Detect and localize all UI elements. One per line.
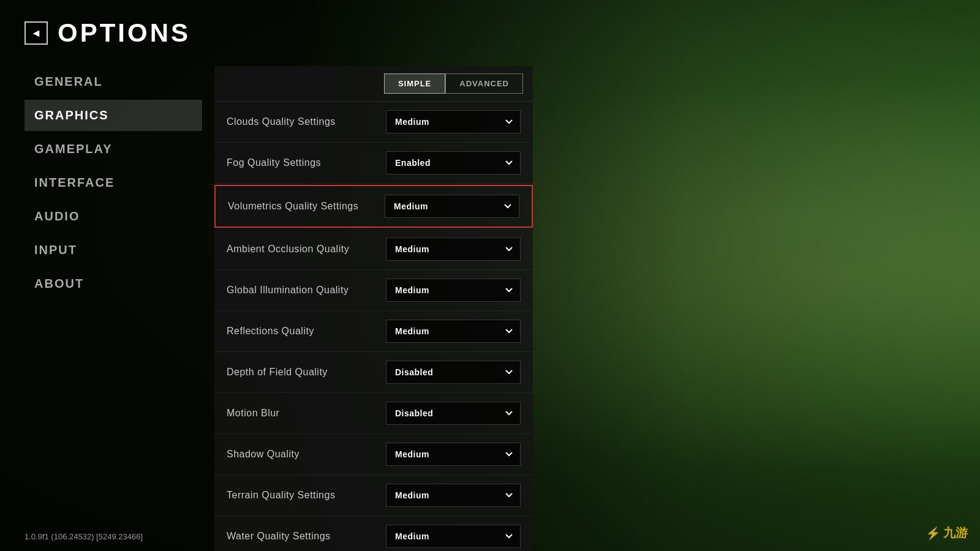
setting-row-global-illumination: Global Illumination Quality Very Low Low… [214,270,533,311]
setting-label-global-illumination: Global Illumination Quality [227,285,349,296]
sidebar-item-input[interactable]: INPUT [24,234,202,266]
main-panel: SIMPLE ADVANCED Clouds Quality Settings … [214,66,533,551]
setting-select-global-illumination[interactable]: Very Low Low Medium High Ultra [386,279,521,302]
watermark: ⚡ 九游 [925,525,968,541]
watermark-text: 九游 [943,525,968,541]
setting-select-motion-blur[interactable]: Disabled Enabled [386,402,521,425]
setting-label-shadow: Shadow Quality [227,449,300,460]
setting-select-volumetrics[interactable]: Very Low Low Medium High Ultra [385,195,519,218]
tab-simple[interactable]: SIMPLE [384,73,445,94]
setting-row-water: Water Quality Settings Very Low Low Medi… [214,516,533,551]
tab-advanced[interactable]: ADVANCED [445,73,523,94]
setting-select-fog[interactable]: Disabled Enabled [386,151,521,174]
sidebar-item-interface[interactable]: INTERFACE [24,167,202,198]
setting-select-terrain[interactable]: Very Low Low Medium High Ultra [386,484,521,507]
setting-select-reflections[interactable]: Very Low Low Medium High Ultra [386,320,521,343]
version-bar: 1.0.9f1 (106.24532) [5249.23466] [24,532,143,541]
sidebar-item-general[interactable]: GENERAL [24,66,202,97]
setting-row-terrain: Terrain Quality Settings Very Low Low Me… [214,475,533,516]
setting-label-reflections: Reflections Quality [227,326,314,337]
setting-select-ambient-occlusion[interactable]: Very Low Low Medium High Ultra [386,238,521,261]
setting-row-depth-of-field: Depth of Field Quality Disabled Enabled … [214,352,533,393]
setting-select-depth-of-field[interactable]: Disabled Enabled Low Medium High [386,361,521,384]
setting-row-volumetrics: Volumetrics Quality Settings Very Low Lo… [214,185,533,228]
sidebar-item-about[interactable]: ABOUT [24,268,202,299]
setting-row-clouds: Clouds Quality Settings Very Low Low Med… [214,102,533,143]
setting-label-water: Water Quality Settings [227,531,331,542]
setting-label-depth-of-field: Depth of Field Quality [227,367,328,378]
sidebar: GENERAL GRAPHICS GAMEPLAY INTERFACE AUDI… [24,66,214,551]
sidebar-item-audio[interactable]: AUDIO [24,201,202,232]
setting-row-reflections: Reflections Quality Very Low Low Medium … [214,311,533,352]
ui-container: ◄ OPTIONS GENERAL GRAPHICS GAMEPLAY INTE… [0,0,980,551]
setting-label-motion-blur: Motion Blur [227,408,279,419]
sidebar-item-graphics[interactable]: GRAPHICS [24,100,202,131]
sidebar-item-gameplay[interactable]: GAMEPLAY [24,133,202,165]
setting-label-volumetrics: Volumetrics Quality Settings [228,201,358,212]
header: ◄ OPTIONS [24,18,956,48]
setting-select-shadow[interactable]: Very Low Low Medium High Ultra [386,443,521,466]
setting-select-clouds[interactable]: Very Low Low Medium High Ultra [386,110,521,133]
setting-row-shadow: Shadow Quality Very Low Low Medium High … [214,434,533,475]
back-button[interactable]: ◄ [24,21,48,45]
setting-label-fog: Fog Quality Settings [227,157,321,168]
setting-label-ambient-occlusion: Ambient Occlusion Quality [227,244,349,255]
version-text: 1.0.9f1 (106.24532) [5249.23466] [24,532,143,541]
page-title: OPTIONS [58,18,190,48]
setting-row-motion-blur: Motion Blur Disabled Enabled [214,393,533,434]
content-area: GENERAL GRAPHICS GAMEPLAY INTERFACE AUDI… [24,66,956,551]
watermark-symbol: ⚡ [925,526,941,541]
settings-list: Clouds Quality Settings Very Low Low Med… [214,102,533,551]
setting-label-terrain: Terrain Quality Settings [227,490,335,501]
setting-row-fog: Fog Quality Settings Disabled Enabled [214,143,533,184]
tab-bar: SIMPLE ADVANCED [214,66,533,102]
setting-row-ambient-occlusion: Ambient Occlusion Quality Very Low Low M… [214,229,533,270]
setting-label-clouds: Clouds Quality Settings [227,116,336,127]
setting-select-water[interactable]: Very Low Low Medium High Ultra [386,525,521,548]
